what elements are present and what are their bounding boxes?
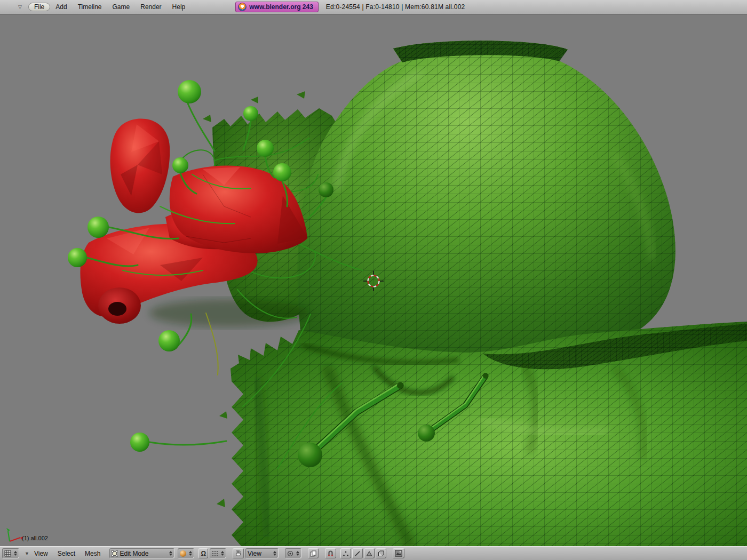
mode-stepper[interactable] [169, 551, 172, 556]
snap-magnet-icon [327, 550, 334, 557]
snap-toggle-button[interactable] [325, 548, 336, 558]
draw-type-stepper[interactable] [189, 551, 192, 556]
pivot-point-dropdown[interactable] [285, 548, 301, 558]
edge-select-icon [354, 550, 361, 557]
menu-mesh[interactable]: Mesh [80, 550, 105, 557]
occlude-cube-icon [378, 550, 384, 557]
face-select-icon [366, 550, 372, 557]
header-collapse-icon[interactable]: ▽ [18, 4, 22, 10]
edit-mode-icon [112, 550, 118, 557]
mini-axis-gizmo [6, 528, 23, 541]
mode-dropdown[interactable]: Edit Mode [109, 548, 174, 558]
proportional-falloff-dropdown[interactable] [210, 548, 226, 558]
editor-type-stepper[interactable] [14, 551, 17, 556]
pivot-icon [287, 550, 293, 557]
version-badge: www.blender.org 243 [235, 2, 319, 12]
hand-icon [235, 550, 242, 557]
viewport-canvas[interactable] [0, 14, 747, 546]
proportional-edit-icon: Ω [201, 550, 206, 557]
vertex-select-icon [343, 550, 349, 557]
edge-select-mode-button[interactable] [352, 548, 363, 558]
mode-dropdown-label: Edit Mode [120, 550, 166, 557]
draw-type-icon [180, 550, 186, 557]
proportional-edit-button[interactable]: Ω [198, 548, 208, 558]
vertex-select-mode-button[interactable] [340, 548, 351, 558]
draw-type-dropdown[interactable] [178, 548, 194, 558]
copy-icon [310, 550, 316, 557]
orientation-stepper[interactable] [273, 551, 276, 556]
scene-statistics: Ed:0-24554 | Fa:0-14810 | Mem:60.81M all… [326, 3, 465, 11]
menu-timeline[interactable]: Timeline [73, 3, 107, 11]
orientation-dropdown-label: View [248, 550, 271, 557]
orientation-dropdown[interactable]: View [245, 548, 279, 558]
menu-select[interactable]: Select [53, 550, 80, 557]
render-image-icon [395, 550, 402, 557]
render-preview-button[interactable] [393, 548, 404, 558]
viewport-3d[interactable]: (1) all.002 [0, 14, 747, 546]
header-menu-collapse-icon[interactable]: ▼ [25, 551, 29, 556]
dotted-falloff-icon [212, 550, 218, 557]
pivot-stepper[interactable] [296, 551, 299, 556]
occlude-geometry-button[interactable] [376, 548, 386, 558]
face-select-mode-button[interactable] [364, 548, 375, 558]
menu-file[interactable]: File [28, 3, 50, 11]
top-header-bar: ▽ File Add Timeline Game Render Help www… [0, 0, 747, 14]
menu-add[interactable]: Add [50, 3, 72, 11]
manipulator-toggle-button[interactable] [233, 548, 244, 558]
copy-attributes-button[interactable] [308, 548, 319, 558]
blender-logo-icon [238, 3, 247, 11]
menu-help[interactable]: Help [167, 3, 191, 11]
menu-game[interactable]: Game [107, 3, 136, 11]
menu-render[interactable]: Render [135, 3, 166, 11]
viewport-header-bar: ▼ View Select Mesh Edit Mode Ω View [0, 546, 747, 560]
falloff-stepper[interactable] [221, 551, 224, 556]
active-object-info: (1) all.002 [22, 535, 48, 541]
editor-type-button[interactable] [2, 548, 19, 558]
green-mesh-surfaces [203, 41, 747, 546]
grid-editor-icon [4, 550, 11, 557]
version-badge-text: www.blender.org 243 [249, 3, 313, 11]
menu-view[interactable]: View [29, 550, 53, 557]
red-blob-shadow [149, 299, 309, 327]
